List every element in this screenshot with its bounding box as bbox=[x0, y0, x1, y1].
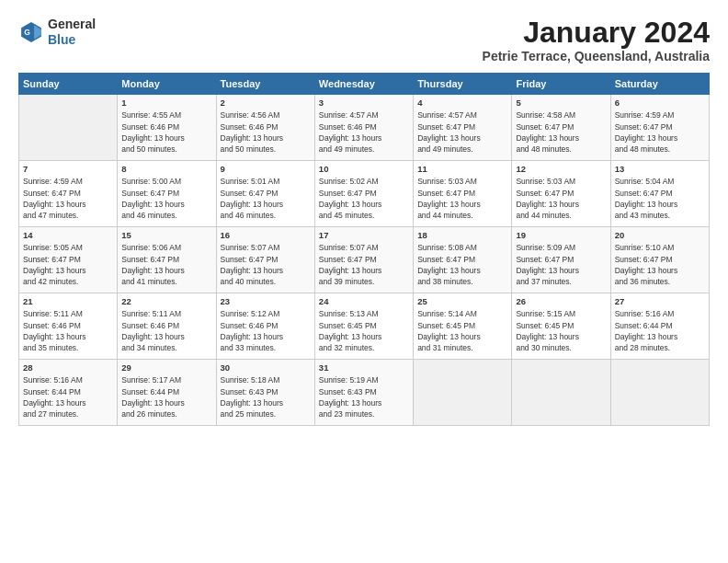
calendar-cell: 3Sunrise: 4:57 AM Sunset: 6:46 PM Daylig… bbox=[314, 95, 413, 161]
day-info: Sunrise: 5:09 AM Sunset: 6:47 PM Dayligh… bbox=[516, 242, 606, 287]
week-row-3: 14Sunrise: 5:05 AM Sunset: 6:47 PM Dayli… bbox=[19, 227, 710, 293]
col-header-saturday: Saturday bbox=[610, 74, 709, 95]
week-row-4: 21Sunrise: 5:11 AM Sunset: 6:46 PM Dayli… bbox=[19, 293, 710, 360]
day-number: 21 bbox=[23, 296, 113, 306]
day-number: 7 bbox=[23, 164, 113, 174]
calendar-cell: 5Sunrise: 4:58 AM Sunset: 6:47 PM Daylig… bbox=[512, 95, 610, 161]
logo: G General Blue bbox=[18, 17, 96, 48]
day-info: Sunrise: 5:12 AM Sunset: 6:46 PM Dayligh… bbox=[221, 308, 311, 353]
day-number: 6 bbox=[615, 98, 705, 108]
calendar-cell: 25Sunrise: 5:14 AM Sunset: 6:45 PM Dayli… bbox=[414, 293, 512, 360]
week-row-1: 1Sunrise: 4:55 AM Sunset: 6:46 PM Daylig… bbox=[19, 95, 710, 161]
calendar-cell: 20Sunrise: 5:10 AM Sunset: 6:47 PM Dayli… bbox=[610, 227, 709, 293]
day-info: Sunrise: 4:59 AM Sunset: 6:47 PM Dayligh… bbox=[23, 176, 113, 221]
day-number: 13 bbox=[615, 164, 705, 174]
calendar-cell: 1Sunrise: 4:55 AM Sunset: 6:46 PM Daylig… bbox=[118, 95, 216, 161]
calendar-cell: 13Sunrise: 5:04 AM Sunset: 6:47 PM Dayli… bbox=[610, 161, 709, 227]
day-info: Sunrise: 5:04 AM Sunset: 6:47 PM Dayligh… bbox=[615, 176, 705, 221]
calendar-cell: 8Sunrise: 5:00 AM Sunset: 6:47 PM Daylig… bbox=[118, 161, 216, 227]
calendar-cell: 6Sunrise: 4:59 AM Sunset: 6:47 PM Daylig… bbox=[610, 95, 709, 161]
calendar-cell: 17Sunrise: 5:07 AM Sunset: 6:47 PM Dayli… bbox=[314, 227, 413, 293]
col-header-friday: Friday bbox=[512, 74, 610, 95]
month-title: January 2024 bbox=[483, 17, 710, 49]
calendar-cell: 9Sunrise: 5:01 AM Sunset: 6:47 PM Daylig… bbox=[216, 161, 314, 227]
day-number: 29 bbox=[121, 362, 211, 373]
svg-text:G: G bbox=[24, 28, 30, 37]
day-number: 12 bbox=[516, 164, 606, 174]
logo-text: General Blue bbox=[48, 17, 96, 48]
day-number: 2 bbox=[221, 98, 311, 108]
calendar-cell bbox=[610, 360, 709, 426]
day-number: 10 bbox=[319, 164, 409, 174]
calendar-cell: 18Sunrise: 5:08 AM Sunset: 6:47 PM Dayli… bbox=[414, 227, 512, 293]
calendar-cell: 27Sunrise: 5:16 AM Sunset: 6:44 PM Dayli… bbox=[610, 293, 709, 360]
col-header-sunday: Sunday bbox=[19, 74, 118, 95]
col-header-wednesday: Wednesday bbox=[314, 74, 413, 95]
calendar-cell bbox=[414, 360, 512, 426]
day-info: Sunrise: 5:17 AM Sunset: 6:44 PM Dayligh… bbox=[121, 374, 211, 419]
day-number: 1 bbox=[121, 98, 211, 108]
day-number: 22 bbox=[121, 296, 211, 306]
day-info: Sunrise: 5:01 AM Sunset: 6:47 PM Dayligh… bbox=[221, 176, 311, 221]
day-number: 30 bbox=[221, 362, 311, 373]
day-number: 24 bbox=[319, 296, 409, 306]
calendar-cell: 26Sunrise: 5:15 AM Sunset: 6:45 PM Dayli… bbox=[512, 293, 610, 360]
calendar-cell: 10Sunrise: 5:02 AM Sunset: 6:47 PM Dayli… bbox=[314, 161, 413, 227]
day-info: Sunrise: 4:57 AM Sunset: 6:46 PM Dayligh… bbox=[319, 109, 409, 155]
calendar-cell: 29Sunrise: 5:17 AM Sunset: 6:44 PM Dayli… bbox=[118, 360, 216, 426]
calendar-cell: 7Sunrise: 4:59 AM Sunset: 6:47 PM Daylig… bbox=[19, 161, 118, 227]
calendar-cell: 24Sunrise: 5:13 AM Sunset: 6:45 PM Dayli… bbox=[314, 293, 413, 360]
col-header-monday: Monday bbox=[118, 74, 216, 95]
calendar-cell: 30Sunrise: 5:18 AM Sunset: 6:43 PM Dayli… bbox=[216, 360, 314, 426]
day-number: 18 bbox=[417, 230, 507, 240]
day-info: Sunrise: 5:06 AM Sunset: 6:47 PM Dayligh… bbox=[121, 242, 211, 287]
calendar-cell bbox=[512, 360, 610, 426]
day-info: Sunrise: 5:02 AM Sunset: 6:47 PM Dayligh… bbox=[319, 176, 409, 221]
location: Petrie Terrace, Queensland, Australia bbox=[483, 49, 710, 63]
calendar-cell: 22Sunrise: 5:11 AM Sunset: 6:46 PM Dayli… bbox=[118, 293, 216, 360]
day-info: Sunrise: 5:19 AM Sunset: 6:43 PM Dayligh… bbox=[319, 374, 409, 419]
page-header: G General Blue January 2024 Petrie Terra… bbox=[18, 17, 710, 63]
day-info: Sunrise: 5:07 AM Sunset: 6:47 PM Dayligh… bbox=[319, 242, 409, 287]
day-number: 16 bbox=[221, 230, 311, 240]
day-number: 27 bbox=[615, 296, 705, 306]
logo-icon: G bbox=[18, 19, 44, 45]
day-info: Sunrise: 5:13 AM Sunset: 6:45 PM Dayligh… bbox=[319, 308, 409, 353]
day-info: Sunrise: 5:07 AM Sunset: 6:47 PM Dayligh… bbox=[221, 242, 311, 287]
calendar-cell: 14Sunrise: 5:05 AM Sunset: 6:47 PM Dayli… bbox=[19, 227, 118, 293]
week-row-2: 7Sunrise: 4:59 AM Sunset: 6:47 PM Daylig… bbox=[19, 161, 710, 227]
col-header-thursday: Thursday bbox=[414, 74, 512, 95]
day-number: 28 bbox=[23, 362, 113, 373]
day-number: 15 bbox=[121, 230, 211, 240]
calendar-cell: 11Sunrise: 5:03 AM Sunset: 6:47 PM Dayli… bbox=[414, 161, 512, 227]
day-number: 23 bbox=[221, 296, 311, 306]
day-number: 5 bbox=[516, 98, 606, 108]
calendar-table: SundayMondayTuesdayWednesdayThursdayFrid… bbox=[18, 73, 710, 426]
day-number: 20 bbox=[615, 230, 705, 240]
calendar-cell: 15Sunrise: 5:06 AM Sunset: 6:47 PM Dayli… bbox=[118, 227, 216, 293]
day-info: Sunrise: 5:03 AM Sunset: 6:47 PM Dayligh… bbox=[516, 176, 606, 221]
calendar-cell: 12Sunrise: 5:03 AM Sunset: 6:47 PM Dayli… bbox=[512, 161, 610, 227]
day-info: Sunrise: 5:00 AM Sunset: 6:47 PM Dayligh… bbox=[121, 176, 211, 221]
week-row-5: 28Sunrise: 5:16 AM Sunset: 6:44 PM Dayli… bbox=[19, 360, 710, 426]
day-number: 8 bbox=[121, 164, 211, 174]
day-number: 14 bbox=[23, 230, 113, 240]
day-info: Sunrise: 5:16 AM Sunset: 6:44 PM Dayligh… bbox=[615, 308, 705, 353]
day-info: Sunrise: 5:10 AM Sunset: 6:47 PM Dayligh… bbox=[615, 242, 705, 287]
day-info: Sunrise: 5:15 AM Sunset: 6:45 PM Dayligh… bbox=[516, 308, 606, 353]
day-number: 9 bbox=[221, 164, 311, 174]
day-info: Sunrise: 5:03 AM Sunset: 6:47 PM Dayligh… bbox=[417, 176, 507, 221]
day-number: 25 bbox=[417, 296, 507, 306]
col-header-tuesday: Tuesday bbox=[216, 74, 314, 95]
day-info: Sunrise: 5:14 AM Sunset: 6:45 PM Dayligh… bbox=[417, 308, 507, 353]
day-info: Sunrise: 5:18 AM Sunset: 6:43 PM Dayligh… bbox=[221, 374, 311, 419]
day-info: Sunrise: 4:56 AM Sunset: 6:46 PM Dayligh… bbox=[221, 109, 311, 155]
day-info: Sunrise: 4:59 AM Sunset: 6:47 PM Dayligh… bbox=[615, 109, 705, 155]
day-number: 17 bbox=[319, 230, 409, 240]
title-block: January 2024 Petrie Terrace, Queensland,… bbox=[483, 17, 710, 63]
calendar-cell: 16Sunrise: 5:07 AM Sunset: 6:47 PM Dayli… bbox=[216, 227, 314, 293]
day-info: Sunrise: 5:11 AM Sunset: 6:46 PM Dayligh… bbox=[23, 308, 113, 353]
header-row: SundayMondayTuesdayWednesdayThursdayFrid… bbox=[19, 74, 710, 95]
day-number: 19 bbox=[516, 230, 606, 240]
day-info: Sunrise: 4:58 AM Sunset: 6:47 PM Dayligh… bbox=[516, 109, 606, 155]
